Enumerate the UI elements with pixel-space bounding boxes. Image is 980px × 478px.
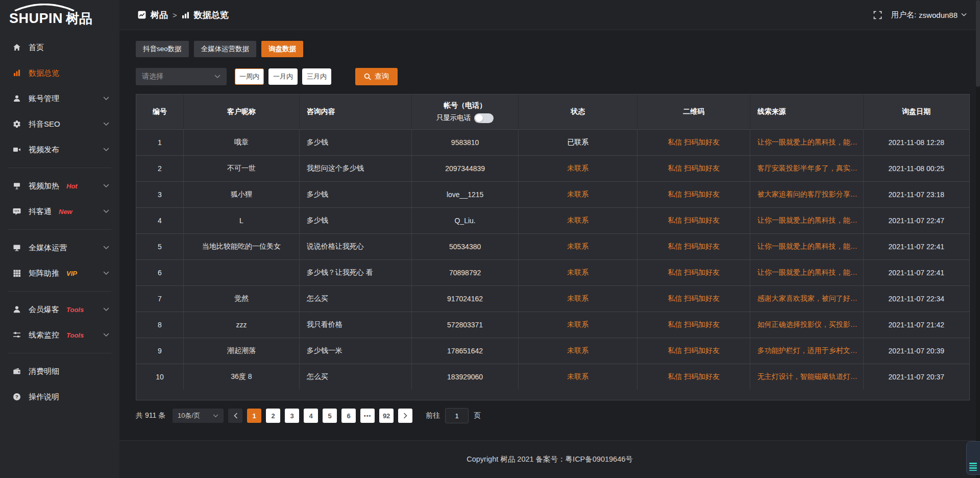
pagination: 共 911 条 10条/页 123456•••92 前往 1 页 — [136, 408, 970, 423]
app-logo[interactable]: SHUPIN 树品 — [0, 0, 119, 31]
cell-qrcode[interactable]: 私信 扫码加好友 — [638, 286, 750, 312]
scrollbar-thumb[interactable] — [976, 0, 980, 87]
cell-source[interactable]: 让你一眼就爱上的黑科技，能… — [750, 208, 864, 233]
cell-qrcode[interactable]: 私信 扫码加好友 — [638, 208, 750, 233]
cell-qrcode[interactable]: 私信 扫码加好友 — [638, 130, 750, 155]
table-row-4: 4L多少钱Q_Liu.未联系私信 扫码加好友让你一眼就爱上的黑科技，能…2021… — [136, 207, 969, 233]
page-button-4[interactable]: 4 — [304, 409, 318, 423]
tab-douyin-seo-data[interactable]: 抖音seo数据 — [136, 41, 189, 57]
phone-only-label: 只显示电话 — [436, 113, 471, 123]
sidebar-item-label: 抖音SEO — [29, 119, 60, 129]
cell-source[interactable]: 让你一眼就爱上的黑科技，能… — [750, 130, 864, 155]
range-buttons: 一周内一月内三月内 — [235, 68, 336, 85]
toggle-knob — [475, 114, 483, 122]
cell-source[interactable]: 让你一眼就爱上的黑科技，能… — [750, 260, 864, 285]
username-value: zswodun88 — [919, 11, 958, 19]
column-header-date: 询盘日期 — [864, 94, 969, 129]
cell-account: 9583810 — [412, 130, 519, 155]
topbar-right: 用户名: zswodun88 — [873, 10, 967, 20]
sidebar-item-account-management[interactable]: 账号管理 — [0, 86, 119, 111]
page-button-1[interactable]: 1 — [247, 409, 261, 423]
sidebar-item-operation-guide[interactable]: ?操作说明 — [0, 384, 119, 410]
page-ellipsis[interactable]: ••• — [360, 409, 375, 423]
search-button-label: 查询 — [375, 72, 389, 81]
data-tabs: 抖音seo数据全媒体运营数据询盘数据 — [136, 41, 970, 57]
search-button[interactable]: 查询 — [355, 68, 398, 85]
chevron-down-icon — [103, 122, 109, 126]
page-size-select[interactable]: 10条/页 — [173, 409, 224, 423]
cell-status: 未联系 — [519, 286, 638, 312]
cell-source[interactable]: 感谢大家喜欢我家，被问了好… — [750, 286, 864, 312]
cell-qrcode[interactable]: 私信 扫码加好友 — [638, 364, 750, 390]
sidebar-item-member-baoke[interactable]: 会员爆客Tools — [0, 297, 119, 322]
sidebar-item-video-publish[interactable]: 视频发布 — [0, 137, 119, 162]
cell-date: 2021-11-07 20:39 — [864, 338, 969, 364]
cell-source[interactable]: 客厅安装投影半年多了，真实… — [750, 156, 864, 181]
goto-page-input[interactable]: 1 — [445, 408, 469, 423]
cell-no: 1 — [136, 130, 184, 155]
bar-chart-icon — [12, 69, 21, 77]
sidebar-item-data-overview[interactable]: 数据总览 — [0, 60, 119, 86]
svg-text:?: ? — [15, 394, 18, 399]
tab-inquiry-data[interactable]: 询盘数据 — [261, 41, 303, 57]
cell-qrcode[interactable]: 私信 扫码加好友 — [638, 182, 750, 207]
next-page-button[interactable] — [398, 409, 412, 423]
page-button-3[interactable]: 3 — [285, 409, 299, 423]
range-button-one-month[interactable]: 一月内 — [268, 68, 298, 85]
cell-content: 多少钱一米 — [300, 338, 412, 364]
video-camera-icon — [12, 146, 21, 154]
bar-chart-icon — [182, 11, 189, 19]
cell-qrcode[interactable]: 私信 扫码加好友 — [638, 338, 750, 364]
user-menu[interactable]: 用户名: zswodun88 — [891, 10, 967, 20]
cell-qrcode[interactable]: 私信 扫码加好友 — [638, 260, 750, 285]
footer: Copyright 树品 2021 备案号：粤ICP备09019646号 — [119, 440, 980, 478]
cell-no: 3 — [136, 182, 184, 207]
breadcrumb-item-app[interactable]: 树品 — [151, 9, 168, 21]
table-row-9: 9潮起潮落多少钱一米178651642未联系私信 扫码加好友多功能护栏灯，适用于… — [136, 338, 969, 364]
sidebar-divider — [8, 353, 111, 353]
range-button-three-months[interactable]: 三月内 — [302, 68, 331, 85]
floating-widget[interactable] — [966, 441, 980, 475]
cell-status: 未联系 — [519, 338, 638, 364]
logo-text-cn: 树品 — [66, 10, 92, 28]
cell-qrcode[interactable]: 私信 扫码加好友 — [638, 234, 750, 259]
sidebar-item-clue-monitor[interactable]: 线索监控Tools — [0, 322, 119, 348]
filter-select[interactable]: 请选择 — [136, 68, 227, 85]
phone-only-toggle[interactable] — [474, 113, 494, 123]
cell-source[interactable]: 被大家追着问的客厅投影分享… — [750, 182, 864, 207]
sidebar-item-home[interactable]: 首页 — [0, 35, 119, 60]
table-row-3: 3狐小狸多少钱love__1215未联系私信 扫码加好友被大家追着问的客厅投影分… — [136, 181, 969, 207]
sidebar-item-omni-media[interactable]: 全媒体运营 — [0, 235, 119, 260]
fullscreen-icon[interactable] — [873, 11, 882, 19]
table-header-row: 编号客户昵称咨询内容帐号（电话）只显示电话状态二维码线索来源询盘日期 — [136, 94, 969, 129]
breadcrumb-item-page: 数据总览 — [194, 9, 229, 21]
cell-source[interactable]: 多功能护栏灯，适用于乡村文… — [750, 338, 864, 364]
sidebar-item-douyin-seo[interactable]: 抖音SEO — [0, 111, 119, 137]
page-button-2[interactable]: 2 — [266, 409, 280, 423]
sidebar-item-label: 操作说明 — [29, 392, 59, 402]
cell-qrcode[interactable]: 私信 扫码加好友 — [638, 312, 750, 338]
page-button-6[interactable]: 6 — [341, 409, 356, 423]
cell-status: 未联系 — [519, 364, 638, 390]
sidebar-item-video-heating[interactable]: 视频加热Hot — [0, 173, 119, 199]
cell-source[interactable]: 无主灯设计，智能磁吸轨道灯… — [750, 364, 864, 390]
page-button-92[interactable]: 92 — [379, 409, 394, 423]
range-button-one-week[interactable]: 一周内 — [235, 68, 264, 85]
cell-qrcode[interactable]: 私信 扫码加好友 — [638, 156, 750, 181]
cell-account: 70898792 — [412, 260, 519, 285]
sidebar-item-douketong[interactable]: 抖客通New — [0, 199, 119, 224]
sidebar-item-label: 会员爆客 — [29, 305, 59, 315]
scrollbar[interactable] — [976, 0, 980, 478]
chevron-down-icon — [213, 414, 218, 418]
cell-content: 说说价格让我死心 — [300, 234, 412, 259]
chevron-down-icon — [103, 97, 109, 101]
cell-date: 2021-11-07 22:47 — [864, 208, 969, 233]
sidebar-item-matrix-boost[interactable]: 矩阵助推VIP — [0, 260, 119, 286]
cell-source[interactable]: 如何正确选择投影仪，买投影… — [750, 312, 864, 338]
cell-source[interactable]: 让你一眼就爱上的黑科技，能… — [750, 234, 864, 259]
prev-page-button[interactable] — [228, 409, 242, 423]
cell-no: 9 — [136, 338, 184, 364]
sidebar-item-consumption-detail[interactable]: 消费明细 — [0, 358, 119, 384]
tab-omni-media-data[interactable]: 全媒体运营数据 — [194, 41, 257, 57]
page-button-5[interactable]: 5 — [323, 409, 337, 423]
